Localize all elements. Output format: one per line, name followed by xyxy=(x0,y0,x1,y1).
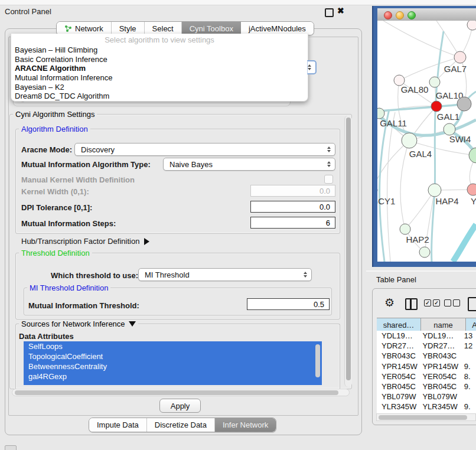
column-layout-icon[interactable] xyxy=(405,298,418,310)
network-node-gal7[interactable] xyxy=(454,51,466,63)
table-cell: YDL19… xyxy=(418,331,459,340)
attribute-list-item[interactable]: SelfLoops xyxy=(24,341,322,351)
minimize-traffic-light-icon[interactable] xyxy=(396,11,404,19)
table-row[interactable]: YDL19…YDL19…13 xyxy=(377,331,476,341)
expanded-arrow-icon xyxy=(129,321,136,327)
table-row[interactable]: YBR045CYBR045C9. xyxy=(377,381,476,392)
close-icon[interactable]: ✖ xyxy=(337,6,344,15)
unchecked-checkbox-icon[interactable] xyxy=(453,299,460,306)
algorithm-option[interactable]: Bayesian – Hill Climbing xyxy=(11,45,308,55)
table-cell: 9. xyxy=(459,382,476,391)
sources-group-title[interactable]: Sources for Network Inference xyxy=(19,319,138,328)
top-strip xyxy=(0,0,476,5)
control-panel-title: Control Panel xyxy=(5,7,51,16)
apply-button[interactable]: Apply xyxy=(159,399,201,413)
algorithm-option[interactable]: Dream8 DC_TDC Algorithm xyxy=(11,92,308,101)
table-row[interactable]: YER054CYER054C8. xyxy=(377,371,476,381)
settings-vertical-scrollbar[interactable] xyxy=(344,116,352,387)
algorithm-option[interactable]: Basic Correlation Inference xyxy=(11,55,308,64)
checked-checkbox-icon[interactable]: ✓ xyxy=(424,299,431,306)
attribute-list-item[interactable]: gal4RGexp xyxy=(24,371,322,381)
settings-horizontal-scrollbar[interactable] xyxy=(12,389,350,396)
which-threshold-combobox[interactable]: MI Threshold xyxy=(138,268,312,281)
combo-arrows-icon xyxy=(304,272,307,278)
hub-definition-toggle[interactable]: Hub/Transcription Factor Definition xyxy=(21,237,149,246)
tab-label: Infer Network xyxy=(223,420,268,429)
node-label: GCY1 xyxy=(377,196,395,206)
algorithm-combobox-spinner[interactable] xyxy=(307,60,317,74)
network-node[interactable] xyxy=(457,97,471,111)
zoom-traffic-light-icon[interactable] xyxy=(407,11,416,19)
table-row[interactable]: YPR145WYPR145W9. xyxy=(377,361,476,371)
document-icon[interactable] xyxy=(468,297,476,311)
tab-infer-network[interactable]: Infer Network xyxy=(215,418,276,432)
mi-type-combobox[interactable]: Naive Bayes xyxy=(163,158,335,171)
manual-kernel-checkbox[interactable] xyxy=(324,175,333,184)
bottom-left-partial-widget xyxy=(5,445,17,450)
tab-network[interactable]: Network xyxy=(57,22,112,35)
aracne-mode-combobox[interactable]: Discovery xyxy=(74,143,335,156)
tab-select[interactable]: Select xyxy=(145,22,182,35)
mi-threshold-field[interactable]: 0.5 xyxy=(247,298,330,310)
network-node-swi4[interactable] xyxy=(444,123,455,135)
table-row[interactable]: YLR345WYLR345W9. xyxy=(377,402,476,412)
network-node-hap4[interactable] xyxy=(428,184,441,197)
algorithm-option[interactable]: Bayesian – K2 xyxy=(11,83,308,92)
table-horizontal-scrollbar-thumb[interactable] xyxy=(379,415,467,420)
attribute-list-item[interactable]: TopologicalCoefficient xyxy=(24,351,322,361)
table-panel-title: Table Panel xyxy=(376,275,416,284)
kernel-width-field[interactable]: 0.0 xyxy=(250,185,335,197)
network-view-canvas[interactable]: GAL7GAL80GAL10GAL1GAL11SWI4GAL4GCY1HAP4Y… xyxy=(377,21,476,262)
aracne-mode-label: Aracne Mode: xyxy=(21,145,72,154)
network-node[interactable] xyxy=(467,21,476,30)
tab-cyni-toolbox[interactable]: Cyni Toolbox xyxy=(182,22,241,35)
checked-checkbox-icon[interactable]: ✓ xyxy=(433,299,440,306)
combo-arrows-icon xyxy=(327,161,331,167)
dpi-tolerance-label: DPI Tolerance [0,1]: xyxy=(21,203,92,212)
tab-jactivemnodules[interactable]: jActiveMNodules xyxy=(241,22,314,35)
table-cell: YBR045C xyxy=(418,382,459,391)
dpi-tolerance-field[interactable]: 0.0 xyxy=(250,201,335,213)
table-body[interactable]: YDL19…YDL19…13YDR27…YDR27…12YBR043CYBR04… xyxy=(377,331,476,413)
tab-label: Network xyxy=(75,24,103,33)
network-node-gal10[interactable] xyxy=(429,77,440,87)
cyni-bottom-tabbar: Impute DataDiscretize DataInfer Network xyxy=(89,418,276,432)
network-node[interactable] xyxy=(419,247,430,257)
table-row[interactable]: YBR043CYBR043C xyxy=(377,351,476,361)
network-node[interactable] xyxy=(469,148,476,163)
network-node-hap2[interactable] xyxy=(400,224,410,234)
close-traffic-light-icon[interactable] xyxy=(384,11,392,19)
algorithm-option[interactable]: Mutual Information Inference xyxy=(11,73,308,83)
table-row[interactable]: YDR27…YDR27…12 xyxy=(377,341,476,351)
network-node-gal1[interactable] xyxy=(431,101,442,112)
float-window-icon[interactable] xyxy=(325,8,334,17)
unchecked-checkbox-icon[interactable] xyxy=(444,299,451,306)
attribute-list-item[interactable]: BetweennessCentrality xyxy=(24,361,322,371)
table-cell: YBR043C xyxy=(418,351,459,360)
node-label: HAP2 xyxy=(406,234,429,244)
node-label: GAL1 xyxy=(437,112,459,122)
settings-vertical-scrollbar-thumb[interactable] xyxy=(346,118,351,380)
algorithm-dropdown-popup: Select algorithm to view settings Bayesi… xyxy=(11,34,308,102)
algorithm-option[interactable]: ARACNE Algorithm xyxy=(11,64,308,73)
tab-style[interactable]: Style xyxy=(112,22,145,35)
mi-steps-field[interactable]: 6 xyxy=(250,217,335,229)
combo-arrows-icon xyxy=(327,146,331,152)
settings-horizontal-scrollbar-thumb[interactable] xyxy=(15,390,338,395)
gear-icon[interactable]: ⚙ xyxy=(384,296,395,309)
tab-discretize-data[interactable]: Discretize Data xyxy=(147,418,215,432)
tab-impute-data[interactable]: Impute Data xyxy=(89,418,147,432)
network-window-titlebar[interactable] xyxy=(377,8,476,21)
attribute-list-scrollbar-thumb[interactable] xyxy=(315,344,320,377)
column-header-2[interactable]: name xyxy=(421,318,466,331)
table-horizontal-scrollbar[interactable] xyxy=(376,413,476,421)
table-cell: YER054C xyxy=(377,372,418,381)
network-node-y[interactable] xyxy=(467,184,476,195)
data-attributes-list[interactable]: SelfLoopsTopologicalCoefficientBetweenne… xyxy=(24,341,322,385)
table-row[interactable]: YBL079WYBL079W xyxy=(377,392,476,402)
column-header-3[interactable]: A xyxy=(466,318,476,331)
network-node-gal4[interactable] xyxy=(402,133,417,148)
tab-label: Discretize Data xyxy=(155,420,207,429)
column-header-1[interactable]: shared… xyxy=(377,318,421,331)
mi-type-value: Naive Bayes xyxy=(169,160,213,169)
